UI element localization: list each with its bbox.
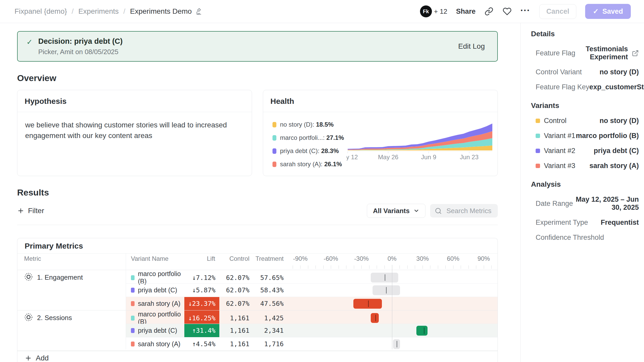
axis-tick	[293, 265, 293, 269]
cancel-button[interactable]: Cancel	[539, 4, 576, 19]
search-icon	[435, 207, 442, 214]
variant-color-chip	[536, 149, 540, 153]
axis-tick	[339, 265, 339, 269]
sidebar-row-label: Variant #2	[544, 147, 575, 155]
sidebar-row: Variant #1marco portfolio (B)	[531, 132, 639, 140]
edit-log-button[interactable]: Edit Log	[458, 42, 485, 50]
treatment-cell: 58.43%	[253, 284, 287, 297]
details-heading: Details	[531, 30, 639, 38]
health-body: no story (D): 18.5%marco portfoli...: 27…	[263, 112, 498, 168]
breadcrumb-experiments[interactable]: Experiments	[78, 7, 119, 16]
sidebar-row-value: marco portfolio (B)	[576, 132, 639, 140]
lift-cell: ↑4.54%	[184, 337, 219, 351]
check-icon: ✓	[593, 7, 599, 16]
analysis-heading: Analysis	[531, 180, 639, 189]
results-toolbar: Filter All Variants	[17, 204, 498, 218]
share-button[interactable]: Share	[456, 8, 475, 16]
table-row[interactable]: priya debt (C)↓5.87%62.07%58.43%	[126, 283, 498, 297]
sidebar-value-text: May 12, 2025 – Jun 30, 2025	[573, 196, 639, 212]
confidence-interval-cell	[287, 270, 498, 285]
sidebar-row: Feature Flag Keyexp_customerStory	[531, 83, 639, 91]
sidebar-row-value: no story (D)	[600, 117, 639, 125]
variant-cell: sarah story (A)	[126, 297, 184, 310]
search-metrics-input[interactable]	[446, 207, 496, 215]
metric-cell[interactable]: 2. Sessions	[17, 310, 126, 351]
sidebar-row-value[interactable]: exp_customerStory	[589, 83, 644, 91]
variant-name: marco portfolio (B)	[138, 310, 184, 325]
results-divider	[17, 225, 498, 225]
decision-title: Decision: priya debt (C)	[38, 37, 123, 46]
sidebar-row: Variant #3sarah story (A)	[531, 162, 639, 170]
metric-name: 1. Engagement	[37, 273, 83, 281]
analysis-section: Analysis Date RangeMay 12, 2025 – Jun 30…	[531, 180, 639, 242]
table-row[interactable]: sarah story (A)↑4.54%1,1611,716	[126, 337, 498, 351]
sidebar-row-label: Confidence Threshold	[536, 234, 604, 242]
analysis-rows: Date RangeMay 12, 2025 – Jun 30, 2025Exp…	[531, 196, 639, 242]
copy-link-button[interactable]	[484, 7, 494, 16]
favorite-button[interactable]	[502, 7, 512, 16]
variants-dropdown-value: All Variants	[373, 207, 410, 215]
variants-dropdown[interactable]: All Variants	[367, 204, 425, 218]
details-rows: Feature FlagTestimonials ExperimentContr…	[531, 45, 639, 91]
breadcrumb-separator: /	[72, 7, 74, 16]
variant-cell: priya debt (C)	[126, 284, 184, 297]
lift-marker	[386, 287, 387, 293]
add-filter-button[interactable]: Filter	[17, 207, 44, 215]
confidence-interval-cell	[287, 284, 498, 297]
column-header-metric: Metric	[17, 254, 126, 264]
sidebar-row-label: Control	[544, 117, 566, 125]
treatment-cell: 1,425	[253, 310, 287, 325]
table-row[interactable]: sarah story (A)↓23.37%62.07%47.56%	[126, 297, 498, 310]
table-row[interactable]: marco portfolio (B)↓7.12%62.07%57.65%	[126, 270, 498, 283]
top-bar: Fixpanel {demo} / Experiments / Experime…	[0, 0, 644, 23]
results-heading: Results	[17, 187, 498, 198]
column-header-lift: Lift	[184, 254, 219, 264]
metric-group-rows: marco portfolio (B)↓7.12%62.07%57.65%pri…	[126, 270, 498, 310]
sidebar-value-text: marco portfolio (B)	[576, 132, 639, 140]
table-row[interactable]: priya debt (C)↑31.4%1,1612,341	[126, 324, 498, 337]
variant-cell: sarah story (A)	[126, 337, 184, 351]
sidebar-row: Experiment TypeFrequentist	[531, 219, 639, 227]
health-title: Health	[263, 90, 498, 112]
sidebar-value-text: Frequentist	[601, 219, 639, 227]
axis-tick	[384, 265, 385, 269]
add-metric-button[interactable]: Add	[17, 351, 498, 362]
axis-tick	[361, 265, 362, 269]
confidence-interval-cell	[287, 337, 498, 351]
variant-cell: marco portfolio (B)	[126, 310, 184, 325]
avatar[interactable]: Fk	[420, 5, 432, 17]
breadcrumb-separator: /	[123, 7, 125, 16]
metric-group-rows: marco portfolio (B)↓16.25%1,1611,425priy…	[126, 310, 498, 351]
variant-name: marco portfolio (B)	[138, 270, 184, 285]
decision-subtitle: Picker, Amit on 08/05/2025	[38, 48, 123, 56]
table-row[interactable]: marco portfolio (B)↓16.25%1,1611,425	[126, 310, 498, 324]
sidebar-row-value[interactable]: Testimonials Experiment	[575, 45, 639, 61]
sidebar-row-label: Variant #3	[544, 162, 575, 170]
axis-label: -60%	[324, 254, 338, 264]
sidebar-row: Controlno story (D)	[531, 117, 639, 125]
lift-value: ↓23.37%	[188, 300, 215, 307]
collaborators[interactable]: Fk + 12	[420, 5, 447, 17]
sidebar-value-text: sarah story (A)	[589, 162, 639, 170]
confidence-interval-cell	[287, 310, 498, 325]
more-menu-button[interactable]: •••	[521, 7, 530, 16]
primary-metrics-card: Primary Metrics Metric Variant Name Lift…	[17, 238, 498, 362]
health-legend: no story (D): 18.5%marco portfoli...: 27…	[272, 121, 347, 168]
axis-tick	[438, 265, 438, 269]
control-cell: 1,161	[219, 324, 253, 337]
confidence-interval-cell	[287, 297, 498, 310]
sidebar-row-label: Date Range	[536, 200, 573, 208]
breadcrumb-project[interactable]: Fixpanel {demo}	[15, 7, 67, 16]
control-cell: 1,161	[219, 337, 253, 351]
lift-value: ↑31.4%	[192, 327, 215, 334]
treatment-cell: 47.56%	[253, 297, 287, 310]
treatment-cell: 1,716	[253, 337, 287, 351]
saved-button[interactable]: ✓ Saved	[585, 4, 631, 19]
metric-cell[interactable]: 1. Engagement	[17, 270, 126, 310]
sidebar-row: Variant #2priya debt (C)	[531, 147, 639, 155]
variant-cell: marco portfolio (B)	[126, 270, 184, 285]
sidebar-value-text: exp_customerStory	[589, 83, 644, 91]
heart-icon	[503, 7, 512, 16]
axis-tick	[423, 265, 423, 269]
sidebar-row-label: Feature Flag	[536, 49, 575, 57]
